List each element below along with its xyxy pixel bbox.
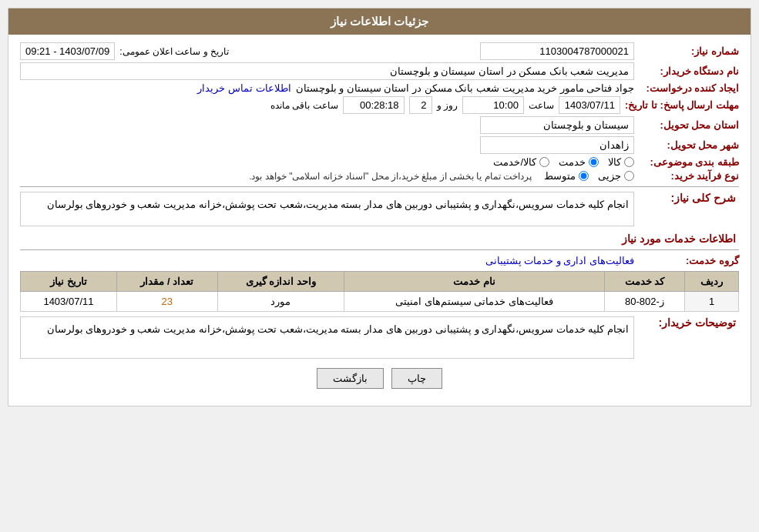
category-radio-khedmat[interactable] — [589, 157, 599, 167]
page-header: جزئیات اطلاعات نیاز — [8, 8, 751, 35]
content-area: شماره نیاز: 1103004787000021 تاریخ و ساع… — [8, 35, 751, 406]
requester-label: ایجاد کننده درخواست: — [639, 82, 739, 94]
requester-row: ایجاد کننده درخواست: جواد فتاحی مامور خر… — [20, 82, 739, 94]
need-number-value: 1103004787000021 — [480, 42, 634, 60]
cell-service-code: ز-802-80 — [604, 292, 684, 312]
category-row: طبقه بندی موضوعی: کالا خدمت کالا/خدمت — [20, 156, 739, 168]
print-button[interactable]: چاپ — [391, 368, 442, 389]
need-number-row: شماره نیاز: 1103004787000021 تاریخ و ساع… — [20, 42, 739, 60]
table-row: 1 ز-802-80 فعالیت‌های خدماتی سیستم‌های ا… — [21, 292, 739, 312]
col-header-service-code: کد خدمت — [604, 272, 684, 292]
deadline-date: 1403/07/11 — [559, 96, 620, 114]
process-label-motavasset: متوسط — [544, 170, 576, 182]
need-number-label: شماره نیاز: — [639, 45, 739, 57]
category-label: طبقه بندی موضوعی: — [639, 156, 739, 168]
category-option-kala-khedmat[interactable]: کالا/خدمت — [493, 156, 549, 168]
process-option-jozi[interactable]: جزیی — [598, 170, 634, 182]
date-label: تاریخ و ساعت اعلان عمومی: — [119, 46, 229, 57]
col-header-service-name: نام خدمت — [344, 272, 604, 292]
col-header-quantity: تعداد / مقدار — [116, 272, 217, 292]
buyer-org-label: نام دستگاه خریدار: — [639, 65, 739, 77]
remaining-label: ساعت باقی مانده — [270, 100, 338, 111]
service-group-value[interactable]: فعالیت‌های اداری و خدمات پشتیبانی — [485, 255, 634, 266]
cell-date: 1403/07/11 — [21, 292, 117, 312]
service-group-row: گروه خدمت: فعالیت‌های اداری و خدمات پشتی… — [20, 255, 739, 266]
buyer-desc-value: انجام کلیه خدمات سرویس،نگهداری و پشتیبان… — [20, 316, 634, 359]
col-header-date: تاریخ نیاز — [21, 272, 117, 292]
description-value: انجام کلیه خدمات سرویس،نگهداری و پشتیبان… — [20, 192, 634, 226]
deadline-days: 2 — [409, 96, 432, 114]
process-radio-motavasset[interactable] — [579, 171, 589, 181]
page-title: جزئیات اطلاعات نیاز — [331, 15, 428, 28]
date-value: 1403/07/09 - 09:21 — [20, 42, 115, 60]
category-radio-kala-khedmat[interactable] — [539, 157, 549, 167]
category-radio-kala[interactable] — [624, 157, 634, 167]
process-radio-jozi[interactable] — [624, 171, 634, 181]
deadline-time-label: ساعت — [529, 100, 554, 111]
category-label-kala: کالا — [608, 156, 621, 168]
requester-value: جواد فتاحی مامور خرید مدیریت شعب بانک مس… — [296, 82, 634, 94]
cell-row-num: 1 — [685, 292, 739, 312]
service-group-label: گروه خدمت: — [639, 255, 739, 266]
cell-quantity: 23 — [116, 292, 217, 312]
process-option-motavasset[interactable]: متوسط — [544, 170, 589, 182]
buyer-org-row: نام دستگاه خریدار: مدیریت شعب بانک مسکن … — [20, 62, 739, 80]
buyer-desc-row: توضیحات خریدار: انجام کلیه خدمات سرویس،ن… — [20, 316, 739, 359]
cell-unit: مورد — [217, 292, 344, 312]
province-label: استان محل تحویل: — [639, 119, 739, 131]
col-header-row-num: ردیف — [685, 272, 739, 292]
deadline-time: 10:00 — [462, 96, 524, 114]
category-radio-group: کالا خدمت کالا/خدمت — [493, 156, 634, 168]
requester-contact-link[interactable]: اطلاعات تماس خریدار — [197, 82, 291, 94]
category-option-khedmat[interactable]: خدمت — [559, 156, 599, 168]
city-row: شهر محل تحویل: زاهدان — [20, 136, 739, 154]
deadline-row: مهلت ارسال پاسخ: تا تاریخ: 1403/07/11 سا… — [20, 96, 739, 114]
province-row: استان محل تحویل: سیستان و بلوچستان — [20, 116, 739, 134]
remaining-time: 00:28:18 — [343, 96, 405, 114]
city-label: شهر محل تحویل: — [639, 139, 739, 151]
process-label-jozi: جزیی — [598, 170, 621, 182]
category-label-kala-khedmat: کالا/خدمت — [493, 156, 536, 168]
deadline-label: مهلت ارسال پاسخ: تا تاریخ: — [625, 99, 739, 111]
page-container: جزئیات اطلاعات نیاز شماره نیاز: 11030047… — [8, 8, 751, 407]
divider-2 — [20, 249, 739, 250]
buttons-row: چاپ بازگشت — [20, 368, 739, 389]
process-row: نوع فرآیند خرید: جزیی متوسط پرداخت تمام … — [20, 170, 739, 182]
buyer-desc-label: توضیحات خریدار: — [639, 316, 739, 329]
service-table: ردیف کد خدمت نام خدمت واحد اندازه گیری ت… — [20, 271, 739, 312]
col-header-unit: واحد اندازه گیری — [217, 272, 344, 292]
province-value: سیستان و بلوچستان — [480, 116, 634, 134]
category-label-khedmat: خدمت — [559, 156, 586, 168]
process-label: نوع فرآیند خرید: — [639, 170, 739, 182]
deadline-days-label: روز و — [437, 100, 458, 111]
cell-service-name: فعالیت‌های خدماتی سیستم‌های امنیتی — [344, 292, 604, 312]
process-note: پرداخت تمام یا بخشی از مبلغ خرید،از محل … — [249, 171, 532, 182]
city-value: زاهدان — [480, 136, 634, 154]
buyer-org-value: مدیریت شعب بانک مسکن در استان سیستان و ب… — [20, 62, 634, 80]
description-row: شرح کلی نیاز: انجام کلیه خدمات سرویس،نگه… — [20, 192, 739, 226]
category-option-kala[interactable]: کالا — [608, 156, 634, 168]
back-button[interactable]: بازگشت — [317, 368, 384, 389]
divider-1 — [20, 186, 739, 187]
description-label: شرح کلی نیاز: — [639, 192, 739, 204]
process-radio-group: جزیی متوسط — [544, 170, 634, 182]
service-info-title: اطلاعات خدمات مورد نیاز — [20, 233, 739, 245]
